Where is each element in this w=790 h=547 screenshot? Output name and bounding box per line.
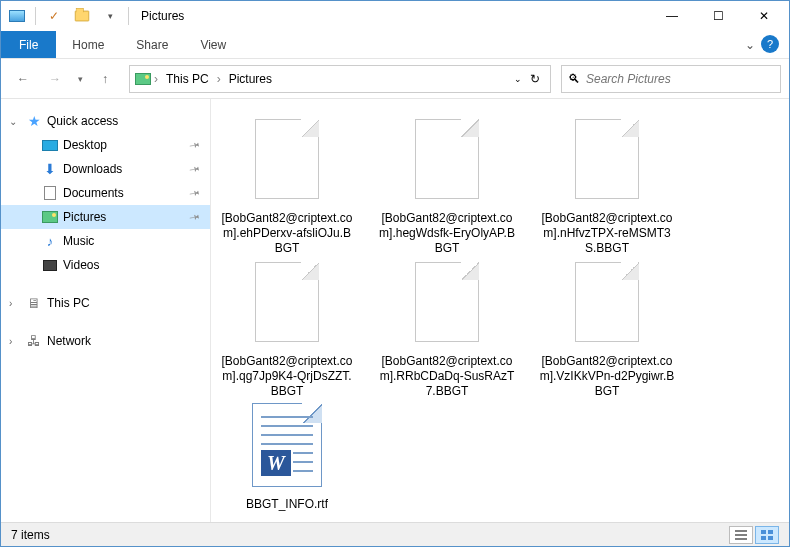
- svg-rect-1: [768, 530, 773, 534]
- breadcrumb-pictures[interactable]: Pictures: [223, 66, 278, 92]
- pin-icon: 📌︎: [187, 209, 203, 225]
- recent-dropdown-icon[interactable]: ▾: [73, 65, 87, 93]
- desktop-icon: [41, 137, 59, 153]
- sidebar-item-desktop[interactable]: Desktop 📌︎: [1, 133, 210, 157]
- sidebar-item-label: Pictures: [63, 210, 106, 224]
- documents-icon: [41, 185, 59, 201]
- file-item[interactable]: [BobGant82@criptext.com].ehPDerxv-afsliO…: [219, 115, 355, 256]
- sidebar-item-videos[interactable]: Videos: [1, 253, 210, 277]
- file-label: [BobGant82@criptext.com].RRbCDaDq-SusRAz…: [379, 354, 515, 399]
- search-icon: 🔍︎: [568, 72, 580, 86]
- navigation-bar: ← → ▾ ↑ › This PC › Pictures ⌄ ↻ 🔍︎: [1, 59, 789, 99]
- star-icon: ★: [25, 113, 43, 129]
- home-tab[interactable]: Home: [56, 31, 120, 58]
- item-count: 7 items: [11, 528, 50, 542]
- file-label: BBGT_INFO.rtf: [246, 497, 328, 512]
- svg-rect-2: [761, 536, 766, 540]
- chevron-right-icon[interactable]: ›: [9, 298, 21, 309]
- sidebar-item-network[interactable]: › 🖧︎ Network: [1, 329, 210, 353]
- share-tab[interactable]: Share: [120, 31, 184, 58]
- downloads-icon: ⬇: [41, 161, 59, 177]
- refresh-icon[interactable]: ↻: [530, 72, 540, 86]
- pc-icon: 🖥︎: [25, 295, 43, 311]
- file-item[interactable]: [BobGant82@criptext.com].nHfvzTPX-reMSMT…: [539, 115, 675, 256]
- up-button[interactable]: ↑: [91, 65, 119, 93]
- file-label: [BobGant82@criptext.com].ehPDerxv-afsliO…: [219, 211, 355, 256]
- titlebar: ✓ ▾ Pictures — ☐ ✕: [1, 1, 789, 31]
- address-dropdown-icon[interactable]: ⌄: [514, 74, 522, 84]
- sidebar-item-documents[interactable]: Documents 📌︎: [1, 181, 210, 205]
- search-input[interactable]: [586, 72, 774, 86]
- svg-rect-0: [761, 530, 766, 534]
- sidebar-item-label: Network: [47, 334, 91, 348]
- address-bar[interactable]: › This PC › Pictures ⌄ ↻: [129, 65, 551, 93]
- file-item[interactable]: WBBGT_INFO.rtf: [219, 401, 355, 512]
- rtf-file-icon: W: [250, 401, 324, 491]
- pictures-icon: [134, 71, 152, 87]
- videos-icon: [41, 257, 59, 273]
- pin-icon: 📌︎: [187, 161, 203, 177]
- file-label: [BobGant82@criptext.com].hegWdsfk-EryOly…: [379, 211, 515, 256]
- chevron-down-icon[interactable]: ⌄: [9, 116, 21, 127]
- sidebar-item-label: Videos: [63, 258, 99, 272]
- details-view-icon: [734, 529, 748, 541]
- generic-file-icon: [410, 258, 484, 348]
- forward-button[interactable]: →: [41, 65, 69, 93]
- thumbnails-view-button[interactable]: [755, 526, 779, 544]
- separator: [35, 7, 36, 25]
- sidebar-item-label: Documents: [63, 186, 124, 200]
- file-label: [BobGant82@criptext.com].qg7Jp9K4-QrjDsZ…: [219, 354, 355, 399]
- file-item[interactable]: [BobGant82@criptext.com].VzIKkVPn-d2Pygi…: [539, 258, 675, 399]
- pictures-icon: [41, 209, 59, 225]
- minimize-button[interactable]: —: [649, 1, 695, 31]
- ribbon-tabs: File Home Share View ⌄ ?: [1, 31, 789, 59]
- sidebar-item-pictures[interactable]: Pictures 📌︎: [1, 205, 210, 229]
- sidebar-item-music[interactable]: ♪ Music: [1, 229, 210, 253]
- breadcrumb-thispc[interactable]: This PC: [160, 66, 215, 92]
- view-tab[interactable]: View: [184, 31, 242, 58]
- sidebar-item-downloads[interactable]: ⬇ Downloads 📌︎: [1, 157, 210, 181]
- sidebar-item-label: Music: [63, 234, 94, 248]
- generic-file-icon: [250, 115, 324, 205]
- sidebar-item-label: This PC: [47, 296, 90, 310]
- generic-file-icon: [250, 258, 324, 348]
- sidebar-item-label: Downloads: [63, 162, 122, 176]
- app-icon: [5, 4, 29, 28]
- qat-newfolder-icon[interactable]: [70, 4, 94, 28]
- music-icon: ♪: [41, 233, 59, 249]
- details-view-button[interactable]: [729, 526, 753, 544]
- sidebar-item-label: Desktop: [63, 138, 107, 152]
- chevron-right-icon[interactable]: ›: [9, 336, 21, 347]
- sidebar-item-thispc[interactable]: › 🖥︎ This PC: [1, 291, 210, 315]
- help-icon[interactable]: ?: [761, 35, 779, 53]
- qat-dropdown-icon[interactable]: ▾: [98, 4, 122, 28]
- pin-icon: 📌︎: [187, 137, 203, 153]
- status-bar: 7 items: [1, 522, 789, 546]
- generic-file-icon: [570, 258, 644, 348]
- maximize-button[interactable]: ☐: [695, 1, 741, 31]
- file-item[interactable]: [BobGant82@criptext.com].qg7Jp9K4-QrjDsZ…: [219, 258, 355, 399]
- window-title: Pictures: [141, 9, 184, 23]
- search-box[interactable]: 🔍︎: [561, 65, 781, 93]
- separator: [128, 7, 129, 25]
- navigation-pane: ⌄ ★ Quick access Desktop 📌︎ ⬇ Downloads …: [1, 99, 211, 522]
- file-label: [BobGant82@criptext.com].VzIKkVPn-d2Pygi…: [539, 354, 675, 399]
- chevron-right-icon[interactable]: ›: [152, 72, 160, 86]
- chevron-right-icon[interactable]: ›: [215, 72, 223, 86]
- file-item[interactable]: [BobGant82@criptext.com].hegWdsfk-EryOly…: [379, 115, 515, 256]
- back-button[interactable]: ←: [9, 65, 37, 93]
- quick-access[interactable]: ⌄ ★ Quick access: [1, 109, 210, 133]
- file-list: [BobGant82@criptext.com].ehPDerxv-afsliO…: [211, 99, 789, 522]
- generic-file-icon: [410, 115, 484, 205]
- pin-icon: 📌︎: [187, 185, 203, 201]
- thumbnails-view-icon: [760, 529, 774, 541]
- qat-properties-icon[interactable]: ✓: [42, 4, 66, 28]
- file-label: [BobGant82@criptext.com].nHfvzTPX-reMSMT…: [539, 211, 675, 256]
- close-button[interactable]: ✕: [741, 1, 787, 31]
- svg-rect-3: [768, 536, 773, 540]
- file-item[interactable]: [BobGant82@criptext.com].RRbCDaDq-SusRAz…: [379, 258, 515, 399]
- generic-file-icon: [570, 115, 644, 205]
- ribbon-expand-icon[interactable]: ⌄: [745, 38, 755, 52]
- network-icon: 🖧︎: [25, 333, 43, 349]
- file-tab[interactable]: File: [1, 31, 56, 58]
